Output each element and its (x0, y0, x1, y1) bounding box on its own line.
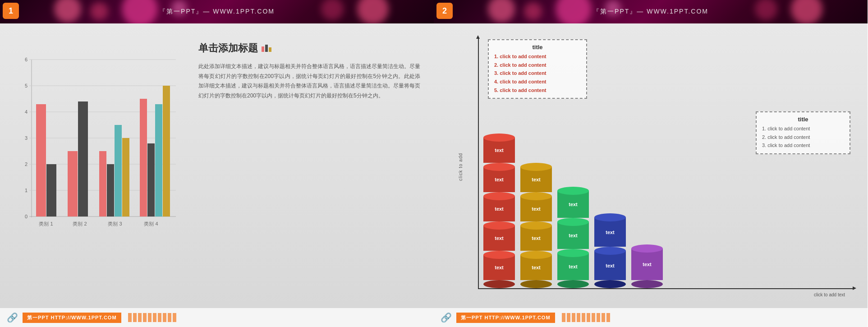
y-axis (478, 38, 479, 289)
svg-rect-22 (122, 138, 129, 216)
cylinders-group: text text text text text (483, 134, 663, 288)
annotation1-title: title (494, 44, 581, 51)
cyl5-seg1[interactable]: text (631, 249, 663, 280)
svg-rect-24 (147, 143, 155, 216)
cylinder-1: text text text text text (483, 134, 515, 288)
slide2-content: click to add click to add text text text… (434, 23, 868, 308)
slide-2: 2 『第一PPT』— WWW.1PPT.COM click to add cli… (434, 0, 868, 327)
cyl4-seg1[interactable]: text (594, 217, 626, 247)
slide1-title[interactable]: 单击添加标题 (198, 41, 420, 55)
slide1-footer-stripes (128, 313, 176, 322)
svg-text:0: 0 (25, 214, 28, 219)
annotation-box-2[interactable]: title 1. click to add content 2. click t… (756, 111, 850, 154)
svg-rect-17 (68, 151, 78, 216)
x-axis (478, 288, 853, 289)
slide2-footer: 🔗 第一PPT HTTP://WWW.1PPT.COM (434, 308, 868, 327)
svg-text:4: 4 (25, 109, 28, 115)
cylinder-2: text text text text (520, 163, 552, 288)
slide2-footer-stripes (562, 313, 610, 322)
svg-rect-18 (78, 101, 88, 216)
svg-text:1: 1 (25, 188, 28, 193)
svg-rect-15 (36, 104, 46, 216)
svg-rect-21 (115, 125, 122, 216)
slide1-text-body: 此处添加详细文本描述，建议与标题相关并符合整体语言风格，语言描述尽量简洁生动。尽… (198, 62, 420, 101)
svg-rect-16 (46, 164, 56, 216)
svg-rect-23 (140, 99, 147, 216)
slide2-chart-area: click to add click to add text text text… (443, 30, 859, 304)
slide2-badge: 2 (436, 3, 453, 19)
svg-rect-25 (155, 104, 162, 216)
slide1-chart: 6 5 4 3 2 1 (14, 32, 185, 304)
cyl3-seg2[interactable]: text (557, 222, 589, 249)
slide2-footer-url: 第一PPT HTTP://WWW.1PPT.COM (456, 313, 555, 323)
svg-text:类别 3: 类别 3 (108, 221, 122, 226)
svg-text:类别 2: 类别 2 (73, 221, 87, 226)
slide1-content: 6 5 4 3 2 1 (0, 23, 434, 308)
slide-1: 1 『第一PPT』— WWW.1PPT.COM 6 5 4 (0, 0, 434, 327)
svg-rect-26 (163, 86, 170, 216)
cylinder-4: text text (594, 213, 626, 288)
slide1-footer-url: 第一PPT HTTP://WWW.1PPT.COM (23, 313, 121, 323)
svg-text:类别 4: 类别 4 (144, 221, 158, 226)
svg-text:6: 6 (25, 57, 28, 62)
annotation2-title: title (762, 116, 844, 123)
svg-text:类别 1: 类别 1 (39, 221, 53, 226)
cyl3-seg1[interactable]: text (557, 191, 589, 218)
svg-text:3: 3 (25, 135, 28, 141)
slide2-footer-icon: 🔗 (441, 312, 452, 323)
svg-rect-19 (99, 151, 106, 216)
slide1-header: 1 『第一PPT』— WWW.1PPT.COM (0, 0, 434, 23)
annotation2-items: 1. click to add content 2. click to add … (762, 124, 844, 150)
chart-icon (262, 45, 271, 52)
cyl3-seg3[interactable]: text (557, 253, 589, 280)
x-axis-label[interactable]: click to add text (814, 292, 845, 297)
svg-text:2: 2 (25, 161, 28, 167)
svg-rect-20 (107, 164, 114, 216)
slide2-header: 2 『第一PPT』— WWW.1PPT.COM (434, 0, 868, 23)
slide1-footer: 🔗 第一PPT HTTP://WWW.1PPT.COM (0, 308, 434, 327)
slide2-header-title: 『第一PPT』— WWW.1PPT.COM (593, 8, 708, 16)
annotation1-items: 1. click to add content 2. click to add … (494, 52, 581, 94)
annotation-box-1[interactable]: title 1. click to add content 2. click t… (488, 39, 587, 99)
svg-text:5: 5 (25, 83, 28, 88)
y-axis-label[interactable]: click to add (458, 153, 463, 181)
cylinder-5: text (631, 244, 663, 288)
slide1-header-title: 『第一PPT』— WWW.1PPT.COM (159, 8, 275, 16)
slide1-title-text: 单击添加标题 (198, 41, 258, 55)
slide1-badge: 1 (3, 3, 19, 19)
cyl4-seg2[interactable]: text (594, 251, 626, 280)
slide1-text-area: 单击添加标题 此处添加详细文本描述，建议与标题相关并符合整体语言风格，语言描述尽… (198, 32, 420, 304)
cylinder-3: text text text (557, 187, 589, 288)
slide1-footer-icon: 🔗 (7, 312, 18, 323)
